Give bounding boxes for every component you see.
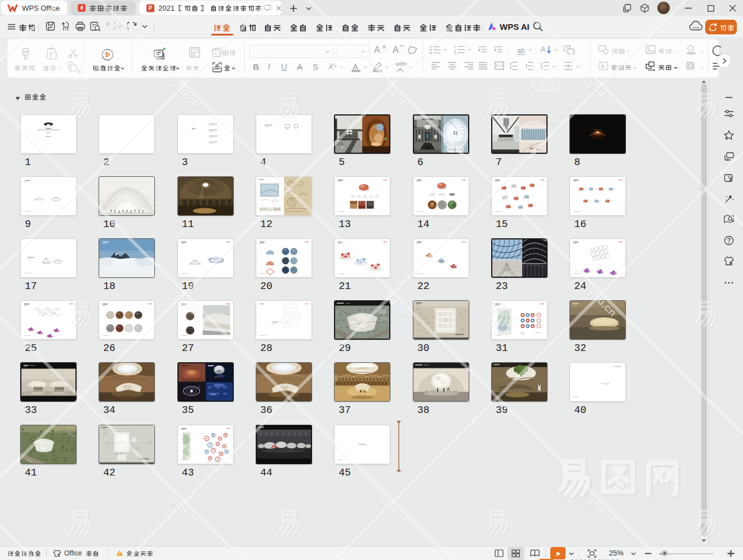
svg-text:P: P [149,5,153,11]
svg-text:A: A [541,46,545,54]
svg-text:Thanks: Thanks [359,442,366,445]
svg-text:A: A [601,64,604,69]
svg-text:3: 3 [454,51,456,54]
